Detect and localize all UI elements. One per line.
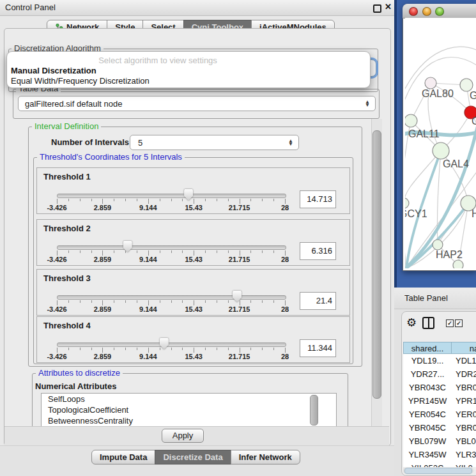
table-row[interactable]: YDR27...YDR2 — [403, 367, 476, 381]
table-row[interactable]: YBL079WYBL0 — [403, 434, 476, 448]
checkbox-checked-icon[interactable]: ✓ — [446, 319, 454, 327]
table-row[interactable]: YPR145WYPR1 — [403, 394, 476, 408]
tick-label: 21.715 — [229, 305, 250, 313]
node-label-gal11: GAL11 — [408, 128, 440, 139]
tick-label: 2.859 — [94, 204, 112, 211]
tick-label: -3.426 — [47, 256, 66, 263]
combobox-spinner-icon: ▲▼ — [288, 139, 298, 146]
attributes-list-scrollbar[interactable] — [310, 395, 318, 426]
control-panel-window: Control Panel ✕ NetworkStyleSelectCyni T… — [0, 0, 394, 476]
table-data-combobox[interactable]: galFiltered.sif default node ▲▼ — [18, 96, 376, 111]
attribute-item-selfloops[interactable]: SelfLoops — [42, 394, 336, 404]
tick-label: -3.426 — [47, 204, 66, 211]
tick-label: 28 — [281, 256, 289, 263]
split-columns-icon[interactable] — [422, 317, 434, 329]
network-node-bottom[interactable] — [453, 260, 463, 268]
checkbox-checked-icon[interactable]: ✓ — [455, 319, 463, 327]
algorithm-option-equal-width-frequency[interactable]: Equal Width/Frequency Discretization — [10, 76, 150, 86]
tab-label: Infer Network — [239, 450, 292, 464]
close-icon[interactable]: ✕ — [385, 2, 392, 12]
tick-label: 28 — [281, 204, 289, 211]
node-label-hap2: HAP2 — [436, 249, 463, 260]
slider-track[interactable] — [57, 295, 286, 300]
table-row[interactable]: YER054CYER0 — [403, 408, 476, 421]
panel-vertical-scrollbar-thumb[interactable] — [372, 130, 381, 399]
numerical-attributes-list[interactable]: SelfLoopsTopologicalCoefficientBetweenne… — [41, 393, 337, 428]
threshold-label: Threshold 1 — [43, 172, 91, 181]
mac-zoom-button-icon[interactable] — [435, 7, 444, 16]
mac-minimize-button-icon[interactable] — [422, 7, 431, 16]
table-cell: YER0 — [452, 408, 476, 421]
node-label-g-partial: GA — [470, 90, 476, 101]
threshold-value-field[interactable]: 21.4 — [300, 292, 336, 310]
bottom-tab-discretize-data[interactable]: Discretize Data — [155, 450, 231, 464]
slider-tick-labels: -3.4262.8599.14415.4321.71528 — [57, 256, 285, 263]
table-header-shared[interactable]: shared... — [403, 342, 452, 354]
table-cell: YDR2 — [452, 367, 476, 381]
node-label-h-partial: H — [472, 208, 476, 219]
slider-track[interactable] — [57, 342, 286, 347]
network-node-gal11[interactable] — [405, 114, 417, 127]
control-panel-titlebar: Control Panel ✕ — [0, 0, 394, 16]
combobox-spinner-icon: ▲▼ — [365, 100, 375, 107]
tick-label: 9.144 — [139, 305, 157, 313]
table-panel-title: Table Panel — [404, 293, 448, 303]
table-row[interactable]: YDL19...YDL1 — [403, 354, 476, 367]
threshold-value-field[interactable]: 6.316 — [300, 242, 336, 260]
network-node-gal80[interactable] — [425, 77, 436, 89]
network-node-top-right[interactable] — [460, 79, 473, 91]
network-canvas[interactable]: GAL80 GA C GAL11 GAL4 GCY1 H HAP2 — [405, 18, 476, 268]
table-data-combobox-value: galFiltered.sif default node — [19, 99, 365, 109]
attribute-item-betweennesscentrality[interactable]: BetweennessCentrality — [42, 415, 336, 426]
table-row[interactable]: YIL052CYIL0 — [403, 461, 476, 467]
threshold-value-field[interactable]: 14.713 — [300, 190, 336, 208]
network-node-hap2[interactable] — [433, 240, 443, 250]
tab-label: Discretize Data — [163, 450, 222, 464]
interval-definition-group-title: Interval Definition — [32, 122, 101, 131]
attribute-item-topologicalcoefficient[interactable]: TopologicalCoefficient — [42, 404, 336, 415]
threshold-label: Threshold 2 — [43, 224, 91, 233]
gear-icon[interactable]: ⚙ — [406, 316, 417, 330]
table-row[interactable]: YLR345WYLR3 — [403, 448, 476, 461]
tick-label: 9.144 — [139, 204, 157, 211]
table-cell: YDL19... — [403, 354, 452, 367]
table-row[interactable]: YBR045CYBR0 — [403, 421, 476, 434]
tick-label: 15.43 — [185, 353, 203, 360]
tick-label: 15.43 — [185, 305, 203, 313]
slider-track[interactable] — [57, 194, 286, 198]
tab-label: Impute Data — [100, 450, 147, 464]
slider-track[interactable] — [57, 245, 286, 250]
bottom-tab-impute-data[interactable]: Impute Data — [91, 450, 155, 464]
threshold-value-field[interactable]: 11.344 — [300, 339, 336, 357]
node-label-gcy1: GCY1 — [405, 208, 427, 219]
table-row[interactable]: YBR043CYBR0 — [403, 381, 476, 394]
threshold-panel-3: Threshold 3-3.4262.8599.14415.4321.71528… — [36, 269, 350, 316]
slider-tick-labels: -3.4262.8599.14415.4321.71528 — [57, 353, 285, 360]
slider-tick-labels: -3.4262.8599.14415.4321.71528 — [57, 305, 285, 313]
algorithm-dropdown-popup: Select algorithm to view settings Manual… — [6, 51, 371, 88]
apply-button[interactable]: Apply — [162, 429, 204, 443]
table-header-name[interactable]: name — [451, 342, 476, 354]
table-cell: YDL1 — [452, 354, 476, 367]
threshold-panel-4: Threshold 4-3.4262.8599.14415.4321.71528… — [36, 316, 350, 363]
table-horizontal-scrollbar-thumb[interactable] — [404, 468, 472, 474]
mac-close-button-icon[interactable] — [409, 7, 418, 16]
tick-label: 9.144 — [139, 353, 157, 360]
table-cell: YBR0 — [452, 421, 476, 434]
tick-label: 2.859 — [94, 353, 112, 360]
table-cell: YPR1 — [452, 394, 476, 408]
network-node-gal4[interactable] — [433, 142, 449, 159]
network-node-gcy1[interactable] — [405, 198, 409, 208]
float-window-icon[interactable] — [373, 4, 381, 13]
tick-label: -3.426 — [47, 305, 66, 313]
tick-label: 28 — [281, 305, 289, 313]
tick-label: 21.715 — [229, 204, 250, 211]
table-cell: YLR345W — [403, 448, 452, 461]
thresholds-group-title: Threshold's Coordinates for 5 Intervals — [37, 153, 185, 162]
number-of-intervals-combobox[interactable]: 5 ▲▼ — [130, 135, 299, 150]
tick-label: 15.43 — [185, 204, 203, 211]
table-cell: YIL052C — [403, 461, 452, 467]
threshold-label: Threshold 3 — [43, 273, 91, 283]
algorithm-option-manual-discretization[interactable]: Manual Discretization — [10, 66, 96, 75]
bottom-tab-infer-network[interactable]: Infer Network — [231, 450, 300, 464]
